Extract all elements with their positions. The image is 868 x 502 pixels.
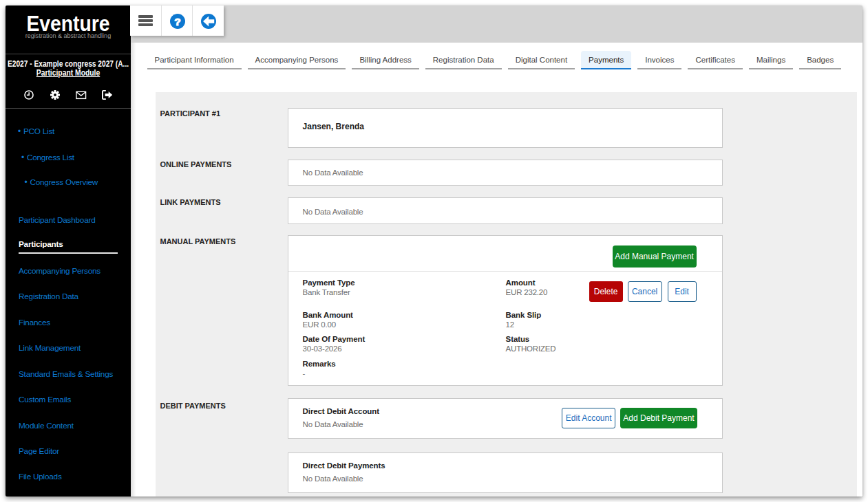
svg-text:?: ? [174,15,180,27]
